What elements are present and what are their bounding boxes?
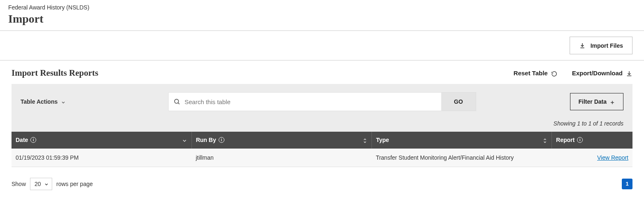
rows-per-page-select[interactable]: 20 bbox=[30, 178, 52, 190]
chevron-down-icon bbox=[182, 137, 187, 143]
show-label: Show bbox=[12, 181, 26, 187]
svg-point-0 bbox=[174, 99, 178, 103]
import-files-button[interactable]: Import Files bbox=[570, 37, 632, 54]
chevron-down-icon bbox=[61, 98, 66, 105]
table-row: 01/19/2023 01:59:39 PM jtillman Transfer… bbox=[12, 149, 632, 167]
view-report-link[interactable]: View Report bbox=[597, 154, 628, 161]
info-icon: i bbox=[219, 137, 224, 143]
page-number-current[interactable]: 1 bbox=[622, 179, 632, 189]
import-files-label: Import Files bbox=[591, 42, 623, 49]
results-table: Date i Run By i bbox=[12, 132, 632, 167]
rows-per-page-label: rows per page bbox=[56, 181, 93, 187]
plus-icon bbox=[610, 98, 615, 105]
column-header-date[interactable]: Date i bbox=[12, 132, 192, 148]
records-info: Showing 1 to 1 of 1 records bbox=[21, 120, 623, 127]
filter-data-button[interactable]: Filter Data bbox=[570, 93, 623, 110]
column-header-type[interactable]: Type bbox=[372, 132, 552, 148]
table-actions-dropdown[interactable]: Table Actions bbox=[21, 98, 66, 105]
export-download-link[interactable]: Export/Download bbox=[572, 70, 632, 77]
cell-run-by: jtillman bbox=[192, 149, 372, 167]
search-icon bbox=[173, 98, 180, 105]
download-icon bbox=[579, 42, 586, 49]
info-icon: i bbox=[577, 137, 583, 143]
section-title: Import Results Reports bbox=[12, 68, 98, 78]
go-button[interactable]: GO bbox=[441, 92, 476, 111]
breadcrumb: Federal Award History (NSLDS) bbox=[8, 4, 636, 11]
sort-icon bbox=[362, 137, 367, 143]
search-input[interactable] bbox=[185, 98, 436, 105]
download-icon bbox=[626, 70, 632, 77]
reset-icon bbox=[551, 70, 557, 77]
info-icon: i bbox=[30, 137, 36, 143]
column-header-report: Report i bbox=[552, 132, 632, 148]
sort-icon bbox=[542, 137, 547, 143]
cell-date: 01/19/2023 01:59:39 PM bbox=[12, 149, 192, 167]
cell-type: Transfer Student Monitoring Alert/Financ… bbox=[372, 149, 552, 167]
page-title: Import bbox=[8, 12, 636, 26]
column-header-run-by[interactable]: Run By i bbox=[192, 132, 372, 148]
reset-table-link[interactable]: Reset Table bbox=[514, 70, 557, 77]
